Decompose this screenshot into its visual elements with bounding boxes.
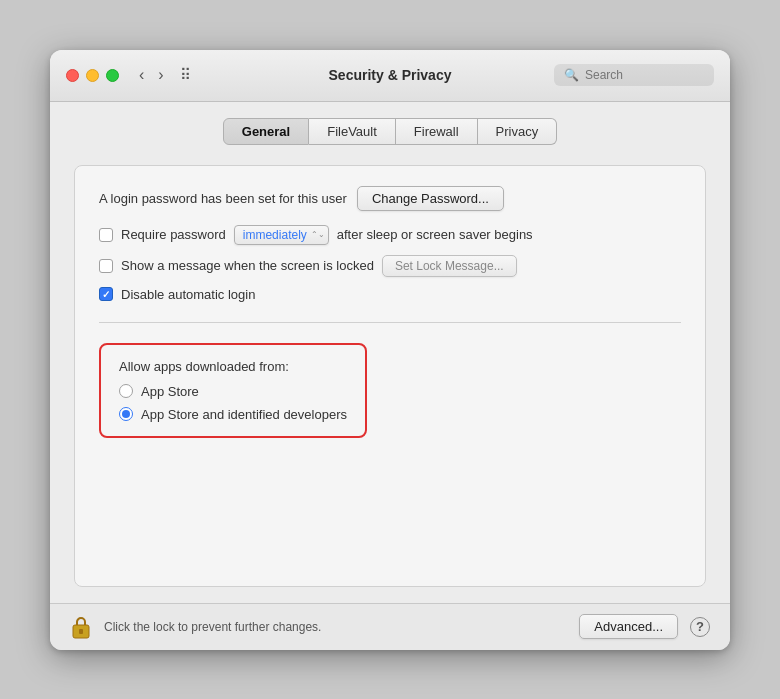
set-lock-message-button[interactable]: Set Lock Message...	[382, 255, 517, 277]
advanced-button[interactable]: Advanced...	[579, 614, 678, 639]
show-message-checkbox[interactable]	[99, 259, 113, 273]
divider	[99, 322, 681, 323]
back-button[interactable]: ‹	[135, 64, 148, 86]
app-store-identified-label: App Store and identified developers	[141, 407, 347, 422]
require-password-suffix: after sleep or screen saver begins	[337, 227, 533, 242]
allow-apps-title: Allow apps downloaded from:	[119, 359, 347, 374]
lock-label: Click the lock to prevent further change…	[104, 620, 567, 634]
login-password-row: A login password has been set for this u…	[99, 186, 681, 211]
minimize-button[interactable]	[86, 69, 99, 82]
disable-autologin-checkbox[interactable]	[99, 287, 113, 301]
grid-button[interactable]: ⠿	[176, 64, 195, 86]
lock-icon	[70, 614, 92, 640]
change-password-button[interactable]: Change Password...	[357, 186, 504, 211]
search-icon: 🔍	[564, 68, 579, 82]
main-window: ‹ › ⠿ Security & Privacy 🔍 General FileV…	[50, 50, 730, 650]
lock-icon-wrap[interactable]	[70, 614, 92, 640]
app-store-identified-radio-row: App Store and identified developers	[119, 407, 347, 422]
app-store-radio-row: App Store	[119, 384, 347, 399]
close-button[interactable]	[66, 69, 79, 82]
tab-firewall[interactable]: Firewall	[396, 118, 478, 145]
general-panel: A login password has been set for this u…	[74, 165, 706, 587]
tab-privacy[interactable]: Privacy	[478, 118, 558, 145]
require-password-dropdown[interactable]: immediately	[234, 225, 329, 245]
nav-buttons: ‹ ›	[135, 64, 168, 86]
app-store-radio[interactable]	[119, 384, 133, 398]
show-message-label: Show a message when the screen is locked	[121, 258, 374, 273]
app-store-label: App Store	[141, 384, 199, 399]
svg-rect-1	[79, 629, 83, 634]
disable-autologin-row: Disable automatic login	[99, 287, 681, 302]
titlebar: ‹ › ⠿ Security & Privacy 🔍	[50, 50, 730, 102]
content-area: General FileVault Firewall Privacy A log…	[50, 102, 730, 603]
disable-autologin-label: Disable automatic login	[121, 287, 255, 302]
search-input[interactable]	[585, 68, 705, 82]
window-title: Security & Privacy	[329, 67, 452, 83]
require-password-dropdown-wrapper[interactable]: immediately	[234, 225, 329, 245]
app-store-identified-radio[interactable]	[119, 407, 133, 421]
bottombar: Click the lock to prevent further change…	[50, 603, 730, 650]
require-password-checkbox[interactable]	[99, 228, 113, 242]
maximize-button[interactable]	[106, 69, 119, 82]
help-button[interactable]: ?	[690, 617, 710, 637]
tab-general[interactable]: General	[223, 118, 309, 145]
tab-filevault[interactable]: FileVault	[309, 118, 396, 145]
forward-button[interactable]: ›	[154, 64, 167, 86]
tabs-bar: General FileVault Firewall Privacy	[74, 118, 706, 145]
allow-apps-section: Allow apps downloaded from: App Store Ap…	[99, 343, 367, 438]
require-password-row: Require password immediately after sleep…	[99, 225, 681, 245]
require-password-label: Require password	[121, 227, 226, 242]
search-box[interactable]: 🔍	[554, 64, 714, 86]
login-password-label: A login password has been set for this u…	[99, 191, 347, 206]
traffic-lights	[66, 69, 119, 82]
show-message-row: Show a message when the screen is locked…	[99, 255, 681, 277]
